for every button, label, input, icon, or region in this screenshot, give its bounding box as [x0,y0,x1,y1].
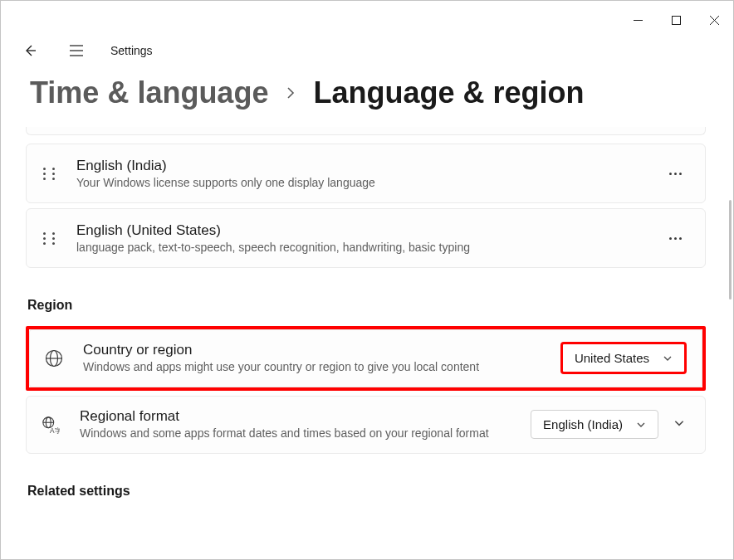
language-item[interactable]: English (United States) language pack, t… [26,208,706,268]
language-name: English (United States) [76,222,643,239]
breadcrumb-parent[interactable]: Time & language [30,75,268,110]
country-region-row[interactable]: Country or region Windows and apps might… [29,329,702,387]
language-info: English (United States) language pack, t… [76,222,643,254]
regional-format-dropdown[interactable]: English (India) [531,410,658,439]
expand-button[interactable] [668,412,690,437]
more-options-button[interactable] [663,166,688,182]
highlight-annotation: Country or region Windows and apps might… [26,326,706,391]
country-region-title: Country or region [83,342,528,358]
chevron-down-icon [663,353,673,363]
language-description: Your Windows license supports only one d… [76,176,643,189]
chevron-down-icon [636,420,646,430]
language-item[interactable]: English (India) Your Windows license sup… [26,144,706,203]
drag-handle-icon[interactable] [43,232,56,245]
close-button[interactable] [695,7,733,32]
nav-menu-button[interactable] [64,38,89,63]
globe-translate-icon: A字 [42,415,60,435]
language-info: English (India) Your Windows license sup… [76,158,643,189]
regional-format-description: Windows and some apps format dates and t… [80,426,498,441]
header: Settings [1,34,733,67]
regional-format-info: Regional format Windows and some apps fo… [80,408,511,441]
maximize-button[interactable] [657,7,695,32]
minimize-button[interactable] [619,7,657,32]
content-area: English (India) Your Windows license sup… [1,127,733,560]
titlebar [1,1,733,34]
breadcrumb: Time & language Language & region [1,67,733,127]
svg-rect-1 [672,16,680,24]
section-heading-related: Related settings [27,484,706,499]
language-name: English (India) [76,158,643,174]
app-title: Settings [110,44,153,57]
section-heading-region: Region [27,298,706,313]
country-region-description: Windows and apps might use your country … [83,359,528,375]
country-region-dropdown[interactable]: United States [560,342,687,374]
partial-card-above [26,127,706,135]
regional-format-row[interactable]: A字 Regional format Windows and some apps… [26,396,706,454]
country-region-info: Country or region Windows and apps might… [83,342,541,375]
more-options-button[interactable] [663,231,688,246]
breadcrumb-current: Language & region [313,75,584,110]
drag-handle-icon[interactable] [43,168,56,180]
scrollbar-thumb[interactable] [729,200,732,299]
language-description: language pack, text-to-speech, speech re… [76,241,643,254]
regional-format-title: Regional format [80,408,498,425]
svg-text:A字: A字 [50,427,60,435]
back-button[interactable] [17,38,42,63]
chevron-right-icon [285,82,296,104]
dropdown-value: English (India) [543,417,623,431]
dropdown-value: United States [575,351,649,365]
globe-icon [45,349,63,368]
